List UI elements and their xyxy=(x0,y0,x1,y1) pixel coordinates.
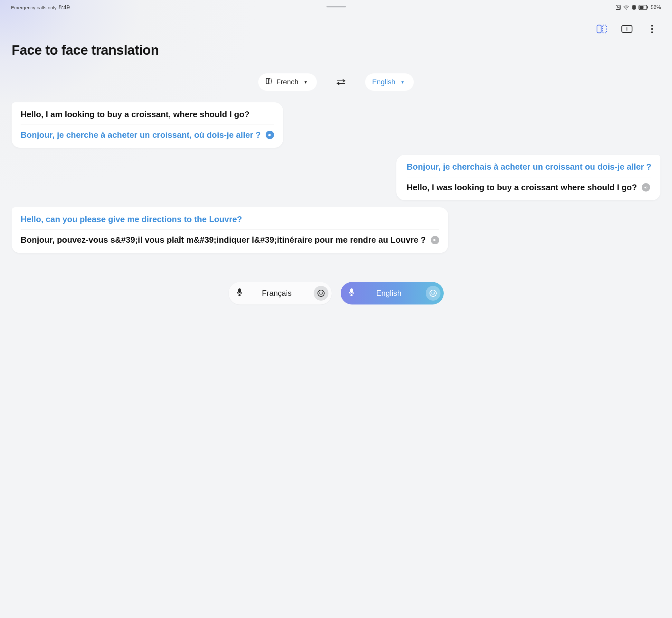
more-menu-icon[interactable] xyxy=(646,23,658,35)
svg-point-27 xyxy=(322,293,323,294)
svg-rect-8 xyxy=(602,25,607,33)
chevron-down-icon: ▼ xyxy=(401,80,405,85)
svg-point-34 xyxy=(433,292,434,293)
message-bubble[interactable]: Bonjour, je cherchais à acheter un crois… xyxy=(396,155,660,200)
message-bubble[interactable]: Hello, can you please give me directions… xyxy=(12,207,448,253)
message-bubble[interactable]: Hello, I am looking to buy a croissant, … xyxy=(12,102,283,148)
message-translation: Bonjour, je cherche à acheter un croissa… xyxy=(21,129,274,141)
status-bar: Emergency calls only 8:49 56% xyxy=(0,0,672,12)
svg-rect-3 xyxy=(634,8,634,9)
speak-icon[interactable] xyxy=(642,183,650,192)
svg-rect-2 xyxy=(634,6,634,8)
divider xyxy=(21,124,274,125)
svg-point-36 xyxy=(431,293,432,294)
target-language-label: English xyxy=(372,78,395,86)
top-actions xyxy=(0,12,672,35)
svg-rect-15 xyxy=(269,79,271,84)
page-title: Face to face translation xyxy=(0,35,672,58)
svg-point-13 xyxy=(651,31,653,33)
source-language-selector[interactable]: French ▼ xyxy=(258,73,316,91)
speak-french-button[interactable]: Français xyxy=(228,282,332,305)
divider xyxy=(407,177,651,177)
mic-icon xyxy=(349,288,355,298)
svg-point-12 xyxy=(651,28,653,30)
clock-time: 8:49 xyxy=(59,4,70,11)
svg-rect-14 xyxy=(266,79,269,84)
divider xyxy=(21,229,439,230)
conversation: Hello, I am looking to buy a croissant, … xyxy=(0,102,672,253)
language-row: French ▼ English ▼ xyxy=(0,73,672,91)
svg-rect-5 xyxy=(640,6,643,9)
source-language-label: French xyxy=(276,78,298,86)
speak-english-label: English xyxy=(362,289,418,298)
svg-point-37 xyxy=(433,293,434,294)
split-view-icon[interactable] xyxy=(596,23,607,35)
svg-point-35 xyxy=(434,292,435,293)
svg-rect-29 xyxy=(350,288,353,293)
svg-point-38 xyxy=(434,293,435,294)
svg-rect-7 xyxy=(597,25,601,33)
message-original: Bonjour, je cherchais à acheter un crois… xyxy=(407,161,651,173)
alert-icon xyxy=(632,5,637,10)
message-original: Hello, can you please give me directions… xyxy=(21,214,439,225)
svg-rect-18 xyxy=(238,288,241,293)
battery-icon xyxy=(639,5,648,10)
target-language-selector[interactable]: English ▼ xyxy=(365,73,414,91)
status-right: 56% xyxy=(615,4,661,10)
speak-french-label: Français xyxy=(250,289,306,298)
svg-point-24 xyxy=(322,292,323,293)
svg-point-25 xyxy=(319,293,320,294)
keyboard-icon[interactable] xyxy=(314,286,328,301)
nfc-icon xyxy=(615,4,621,10)
svg-rect-6 xyxy=(647,6,648,8)
speak-english-button[interactable]: English xyxy=(341,282,444,305)
network-status-text: Emergency calls only xyxy=(11,5,57,10)
swap-languages-button[interactable] xyxy=(336,79,346,86)
keyboard-icon[interactable] xyxy=(426,286,441,301)
message-translation: Hello, I was looking to buy a croissant … xyxy=(407,182,651,193)
svg-point-33 xyxy=(431,292,432,293)
svg-point-23 xyxy=(321,292,321,293)
book-icon xyxy=(265,78,272,87)
status-left: Emergency calls only 8:49 xyxy=(11,4,70,11)
message-translation: Bonjour, pouvez-vous s&#39;il vous plaît… xyxy=(21,234,439,245)
svg-point-22 xyxy=(319,292,320,293)
speak-icon[interactable] xyxy=(266,131,274,139)
svg-point-11 xyxy=(651,25,653,26)
speak-icon[interactable] xyxy=(431,236,439,244)
chevron-down-icon: ▼ xyxy=(304,80,308,85)
single-view-icon[interactable] xyxy=(621,23,633,35)
drag-handle[interactable] xyxy=(326,6,346,7)
svg-point-26 xyxy=(321,293,321,294)
message-original: Hello, I am looking to buy a croissant, … xyxy=(21,109,274,120)
battery-percent: 56% xyxy=(651,4,661,10)
mic-icon xyxy=(236,288,243,298)
wifi-icon xyxy=(623,5,630,10)
input-bar: Français English xyxy=(0,282,672,317)
